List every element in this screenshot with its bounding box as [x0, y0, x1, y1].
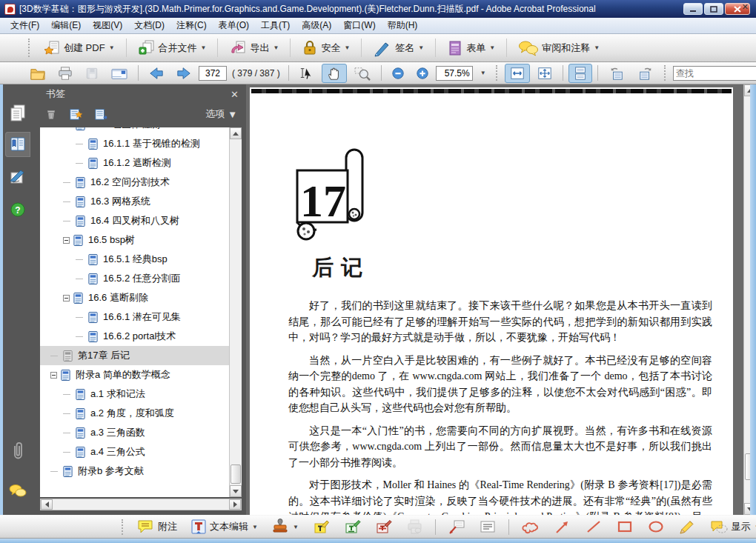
highlight-tool-button[interactable] [308, 516, 334, 537]
bookmark-item[interactable]: a.1 求和记法 [40, 384, 229, 404]
bookmarks-vertical-scrollbar[interactable] [229, 127, 242, 497]
next-view-button[interactable] [171, 64, 196, 83]
zoom-out-button[interactable] [387, 64, 409, 82]
bookmarks-panel-icon[interactable] [5, 132, 30, 157]
sign-button[interactable]: 签名▼ [368, 36, 429, 60]
hand-tool-button[interactable] [322, 64, 347, 83]
sign-icon [373, 39, 392, 57]
pages-panel-icon[interactable] [5, 101, 30, 126]
scroll-left-icon[interactable] [41, 499, 53, 510]
menu-item-2[interactable]: 编辑(E) [45, 17, 87, 34]
callout-tool-button[interactable] [443, 516, 470, 537]
attachments-panel-icon[interactable] [5, 439, 30, 464]
stamp-tool-button[interactable]: ▼ [267, 516, 303, 537]
create-pdf-button[interactable]: 创建 PDF▼ [38, 36, 120, 60]
rotate-ccw-button[interactable] [603, 64, 630, 83]
bookmark-item[interactable]: 16.1.2 遮断检测 [40, 153, 229, 173]
note-tool-button[interactable]: 附注 [133, 516, 182, 537]
crossout-tool-button[interactable] [370, 516, 397, 537]
select-tool-button[interactable] [294, 64, 319, 83]
bookmark-item[interactable]: 16.1 包围体检测 [40, 127, 229, 134]
howto-panel-icon[interactable]: ? [5, 197, 30, 222]
arrow-tool-button[interactable] [549, 516, 576, 537]
bookmark-item[interactable]: 附录b 参考文献 [40, 462, 229, 481]
review-comment-button[interactable]: 审阅和注释▼ [513, 36, 605, 60]
scroll-down-icon[interactable] [230, 485, 242, 497]
new-bookmark-icon[interactable] [68, 107, 83, 121]
search-input[interactable] [673, 66, 756, 81]
fit-width-button[interactable] [505, 64, 530, 83]
bookmark-item[interactable]: 16.5.1 经典bsp [40, 250, 229, 269]
bookmark-item[interactable]: 16.5 bsp树 [40, 230, 229, 250]
menu-item-7[interactable]: 工具(T) [255, 17, 296, 34]
bookmark-item[interactable]: 16.6 遮断剔除 [40, 288, 229, 307]
scroll-up-icon[interactable] [230, 127, 242, 139]
bookmark-item[interactable]: a.2 角度，度和弧度 [40, 404, 229, 423]
page-number-input[interactable] [199, 66, 227, 81]
menu-item-6[interactable]: 表单(O) [213, 17, 255, 34]
continuous-layout-button[interactable] [568, 64, 592, 83]
window-title: [3D数学基础：图形与游戏开发].(3D.Math.Primer.for.Gra… [19, 3, 683, 16]
combine-files-button[interactable]: 合并文件▼ [133, 36, 212, 60]
rotate-cw-button[interactable] [632, 64, 659, 83]
zoom-level-input[interactable] [436, 66, 473, 81]
oval-tool-button[interactable] [643, 516, 669, 537]
bookmark-item[interactable]: 16.1.1 基于视锥的检测 [40, 134, 229, 153]
text-edits-button[interactable]: 文本编辑▼ [186, 516, 262, 537]
collapse-expander-icon[interactable] [63, 295, 70, 302]
menu-item-8[interactable]: 高级(A) [296, 17, 337, 34]
textbox-tool-button[interactable] [474, 516, 501, 537]
menu-item-1[interactable]: 文件(F) [4, 17, 45, 34]
bookmark-item[interactable]: 16.5.2 任意分割面 [40, 269, 229, 288]
print-button[interactable] [53, 64, 78, 83]
zoom-dropdown-icon[interactable]: ▼ [475, 67, 491, 79]
bookmark-item[interactable]: 第17章 后记 [40, 346, 229, 365]
options-menu[interactable]: 选项 ▼ [205, 107, 237, 121]
minimize-button[interactable] [683, 3, 703, 15]
bookmark-page-icon [73, 234, 84, 247]
underline-tool-button[interactable] [339, 516, 365, 537]
secure-button[interactable]: 安全▼ [296, 36, 355, 60]
pencil-tool-button[interactable] [674, 516, 700, 537]
bookmark-item[interactable]: 16.6.2 portal技术 [40, 327, 229, 346]
fit-page-button[interactable] [532, 64, 557, 83]
menu-item-9[interactable]: 窗口(W) [337, 17, 381, 34]
scroll-right-icon[interactable] [229, 499, 241, 510]
page-count-label: ( 379 / 387 ) [229, 68, 283, 79]
line-tool-button[interactable] [580, 516, 607, 537]
show-comments-button[interactable]: 显示▼ [705, 516, 756, 537]
bookmark-item[interactable]: 16.4 四叉树和八叉树 [40, 211, 229, 230]
previous-view-button[interactable] [144, 64, 169, 83]
bookmark-item[interactable]: 附录a 简单的数学概念 [40, 365, 229, 384]
open-file-button[interactable] [25, 64, 50, 83]
bookmark-item[interactable]: 16.6.1 潜在可见集 [40, 307, 229, 327]
bookmark-item[interactable]: a.4 三角公式 [40, 442, 229, 462]
menu-item-5[interactable]: 注释(C) [170, 17, 213, 34]
zoom-marquee-button[interactable] [349, 64, 376, 83]
collapse-expander-icon[interactable] [50, 372, 57, 379]
cloud-tool-button[interactable] [517, 516, 545, 537]
bookmark-item[interactable]: 16.3 网格系统 [40, 192, 229, 211]
menu-item-10[interactable]: 帮助(H) [382, 17, 424, 34]
comments-panel-icon[interactable] [5, 479, 30, 504]
bookmark-item[interactable]: 16.2 空间分割技术 [40, 173, 229, 192]
bookmark-item[interactable]: a.3 三角函数 [40, 423, 229, 442]
zoom-in-button[interactable] [411, 64, 434, 82]
panel-close-icon[interactable]: ✕ [231, 89, 239, 100]
restore-button[interactable] [704, 3, 723, 15]
export-button[interactable]: 导出▼ [224, 36, 284, 60]
scroll-thumb[interactable] [231, 464, 241, 484]
tree-connector [63, 394, 70, 395]
bookmarks-horizontal-scrollbar[interactable] [40, 499, 242, 510]
email-button[interactable] [106, 64, 133, 83]
menubar-close-icon[interactable]: ✕ [742, 2, 749, 12]
signatures-panel-icon[interactable] [5, 164, 30, 190]
menu-item-4[interactable]: 文档(D) [128, 17, 170, 34]
delete-bookmark-icon[interactable] [44, 107, 58, 121]
expand-current-bookmark-icon[interactable] [93, 107, 108, 121]
rectangle-tool-button[interactable] [611, 516, 638, 537]
forms-button[interactable]: 表单▼ [442, 36, 500, 60]
menu-item-3[interactable]: 视图(V) [87, 17, 128, 34]
tree-connector [63, 413, 70, 414]
collapse-expander-icon[interactable] [63, 237, 70, 244]
